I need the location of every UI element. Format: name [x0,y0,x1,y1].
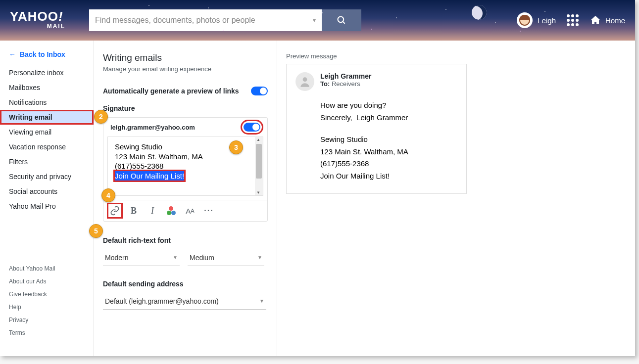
insert-link-button[interactable] [109,205,120,216]
preview-panel: Preview message Leigh Grammer To: Receiv… [277,41,635,356]
callout-4: 4 [101,188,115,202]
search-bar: ▾ [89,9,361,31]
default-sender-select[interactable]: Default (leigh.grammer@yahoo.com) ▼ [103,293,266,310]
color-palette-icon [167,206,176,215]
sidebar-item-writing-email[interactable]: Writing email [0,110,94,125]
sidebar-item-social[interactable]: Social accounts [0,184,94,199]
signature-toolbar: B I AA ··· [103,200,267,221]
footer-feedback[interactable]: Give feedback [9,288,85,301]
signature-line: Sewing Studio [115,142,248,152]
svg-point-0 [338,17,344,23]
sidebar-item-filters[interactable]: Filters [0,154,94,169]
preview-to: To: Receivers [320,80,371,88]
yahoo-mail-logo[interactable]: YAHOO! MAIL [10,11,69,29]
search-icon [337,15,346,25]
footer-help[interactable]: Help [9,301,85,314]
chevron-down-icon: ▼ [173,255,178,260]
sidebar-item-security[interactable]: Security and privacy [0,169,94,184]
preview-from: Leigh Grammer [320,72,371,80]
preview-avatar-icon [295,72,314,91]
more-formatting-button[interactable]: ··· [203,205,214,216]
home-link[interactable]: Home [590,14,625,26]
callout-3: 3 [229,140,243,154]
sidebar-item-vacation[interactable]: Vacation response [0,139,94,154]
search-dropdown-icon[interactable]: ▾ [313,17,316,24]
callout-5: 5 [89,224,103,238]
signature-selected-text: Join Our Mailing List! [115,171,184,181]
link-icon [110,206,120,216]
signature-section-label: Signature [103,104,268,112]
sidebar-item-notifications[interactable]: Notifications [0,95,94,110]
search-box[interactable]: ▾ [89,9,322,31]
chevron-down-icon: ▼ [259,298,264,304]
font-size-select[interactable]: Medium ▼ [188,249,264,266]
signature-card: leigh.grammer@yahoo.com Sewing Studio 12… [103,117,268,222]
sidebar-item-pro[interactable]: Yahoo Mail Pro [0,199,94,214]
text-color-button[interactable] [166,205,177,216]
bold-button[interactable]: B [128,205,139,216]
sidebar-item-viewing-email[interactable]: Viewing email [0,125,94,139]
signature-line: (617)555-2368 [115,161,248,171]
app-header: YAHOO! MAIL ▾ Leigh Home [0,0,635,41]
apps-grid-icon[interactable] [567,14,579,26]
preview-message-card: Leigh Grammer To: Receivers How are you … [286,64,467,194]
footer-privacy[interactable]: Privacy [9,314,85,326]
svg-line-1 [343,22,345,24]
preview-body: How are you doing? Sincerely, Leigh Gram… [295,100,457,182]
default-font-label: Default rich-text font [103,236,268,244]
user-name: Leigh [538,16,556,25]
font-style-button[interactable]: AA [185,205,196,216]
footer-terms[interactable]: Terms [9,326,85,339]
font-family-select[interactable]: Modern ▼ [103,249,180,266]
page-subtitle: Manage your email writing experience [103,65,268,73]
sidebar-item-mailboxes[interactable]: Mailboxes [0,80,94,95]
settings-panel: Writing emails Manage your email writing… [94,41,277,356]
italic-button[interactable]: I [147,205,158,216]
default-sender-label: Default sending address [103,280,268,288]
search-button[interactable] [322,9,361,31]
callout-2: 2 [94,110,108,124]
back-to-inbox-link[interactable]: ← Back to Inbox [0,47,94,65]
page-title: Writing emails [103,52,268,63]
signature-account-email: leigh.grammer@yahoo.com [110,124,195,131]
signature-line: 123 Main St. Waltham, MA [115,152,248,162]
chevron-down-icon: ▼ [257,255,262,260]
user-avatar-icon [517,12,533,28]
editor-scrollbar[interactable]: ▲ ▼ [255,137,263,195]
footer-about-ads[interactable]: About our Ads [9,275,85,288]
moon-decoration [472,5,487,20]
search-input[interactable] [95,16,309,25]
footer-about-mail[interactable]: About Yahoo Mail [9,262,85,275]
header-right: Leigh Home [517,12,625,28]
signature-toggle[interactable] [244,123,260,132]
svg-point-2 [303,77,307,82]
home-icon [590,14,601,26]
settings-sidebar: ← Back to Inbox Personalize inbox Mailbo… [0,41,94,356]
user-menu[interactable]: Leigh [517,12,556,28]
auto-preview-toggle[interactable] [251,87,268,95]
arrow-left-icon: ← [9,50,16,58]
auto-preview-label: Automatically generate a preview of link… [103,87,239,95]
sidebar-item-personalize[interactable]: Personalize inbox [0,65,94,80]
sidebar-footer: About Yahoo Mail About our Ads Give feed… [0,262,94,349]
preview-label: Preview message [286,52,626,60]
